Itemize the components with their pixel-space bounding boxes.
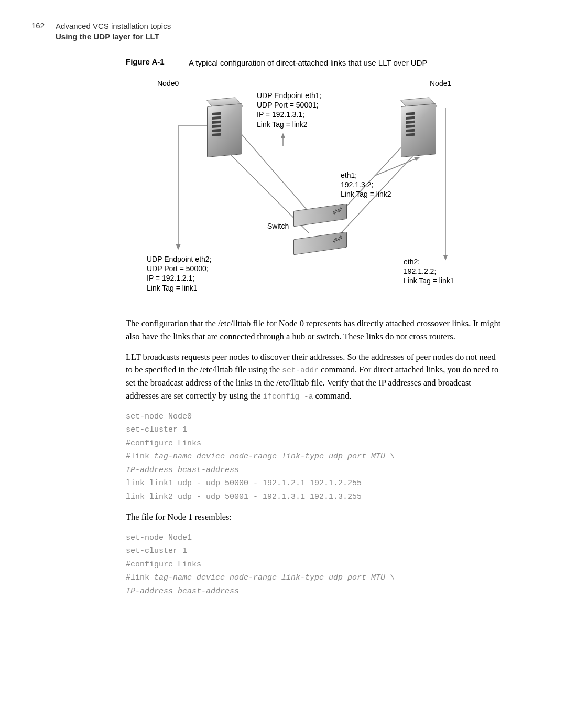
endpoint-eth1-label: UDP Endpoint eth1; UDP Port = 50001; IP … [257, 91, 322, 129]
server-node1 [401, 105, 438, 163]
server-node0 [207, 105, 244, 163]
header-divider [50, 21, 50, 37]
p2-code-1: set-addr [282, 366, 319, 374]
figure-caption: A typical configuration of direct-attach… [189, 57, 428, 68]
header-title: Advanced VCS installation topics [56, 21, 171, 31]
code-block-2: set-node Node1 set-cluster 1 #configure … [126, 531, 503, 598]
c1-l4c: \ [385, 452, 395, 461]
header-text: Advanced VCS installation topics Using t… [56, 21, 171, 41]
c2-l4a: #link [126, 573, 154, 582]
c1-l1: set-node Node0 [126, 412, 192, 421]
code-block-1: set-node Node0 set-cluster 1 #configure … [126, 410, 503, 504]
c1-l4b: tag-name device node-range link-type udp… [154, 452, 385, 461]
c1-l2: set-cluster 1 [126, 425, 187, 434]
header-subtitle: Using the UDP layer for LLT [56, 31, 171, 42]
endpoint-eth2-label: UDP Endpoint eth2; UDP Port = 50000; IP … [147, 254, 212, 293]
c2-l4c: \ [385, 573, 395, 582]
ep1-line3: IP = 192.1.3.1; [257, 110, 322, 119]
ep2-line1: UDP Endpoint eth2; [147, 254, 212, 264]
eth2-line2: 192.1.2.2; [404, 266, 454, 276]
svg-line-1 [241, 134, 309, 212]
c1-l4a: #link [126, 452, 154, 461]
eth2-label: eth2; 192.1.2.2; Link Tag = link1 [404, 257, 454, 286]
ep1-line1: UDP Endpoint eth1; [257, 91, 322, 100]
ep2-line3: IP = 192.1.2.1; [147, 273, 212, 283]
figure-heading: Figure A-1 A typical configuration of di… [126, 57, 503, 68]
ep1-line4: Link Tag = link2 [257, 120, 322, 129]
page-header: 162 Advanced VCS installation topics Usi… [31, 21, 524, 41]
paragraph-3: The file for Node 1 resembles: [126, 511, 503, 524]
eth2-line1: eth2; [404, 257, 454, 266]
page-number: 162 [31, 21, 45, 30]
c1-l6: link link1 udp - udp 50000 - 192.1.2.1 1… [126, 479, 362, 488]
eth1-line3: Link Tag = link2 [341, 189, 391, 199]
eth1-line1: eth1; [341, 170, 391, 180]
paragraph-1: The configuration that the /etc/llttab f… [126, 317, 503, 344]
c2-l1: set-node Node1 [126, 533, 192, 542]
node0-label: Node0 [157, 79, 179, 88]
eth1-line2: 192.1.3.2; [341, 180, 391, 189]
c2-l2: set-cluster 1 [126, 547, 187, 555]
c1-l7: link link2 udp - udp 50001 - 192.1.3.1 1… [126, 493, 362, 501]
c1-l5: IP-address bcast-address [126, 466, 239, 475]
ep1-line2: UDP Port = 50001; [257, 100, 322, 110]
c2-l4b: tag-name device node-range link-type udp… [154, 573, 385, 582]
figure-label: Figure A-1 [126, 57, 189, 66]
c2-l5: IP-address bcast-address [126, 587, 239, 596]
eth2-line3: Link Tag = link1 [404, 276, 454, 285]
switch-label: Switch [267, 222, 289, 230]
p2-code-2: ifconfig -a [263, 392, 313, 401]
p2-text-c: command. [313, 391, 351, 401]
ep2-line2: UDP Port = 50000; [147, 264, 212, 273]
c2-l3: #configure Links [126, 560, 201, 569]
paragraph-2: LLT broadcasts requests peer nodes to di… [126, 351, 503, 403]
ep2-line4: Link Tag = link1 [147, 283, 212, 293]
c1-l3: #configure Links [126, 439, 201, 448]
node1-label: Node1 [430, 79, 451, 88]
eth1-label: eth1; 192.1.3.2; Link Tag = link2 [341, 170, 391, 199]
network-diagram: Node0 Node1 [147, 76, 493, 307]
switch-icon: ⇄⇄ ⇄⇄ Switch [293, 207, 351, 244]
